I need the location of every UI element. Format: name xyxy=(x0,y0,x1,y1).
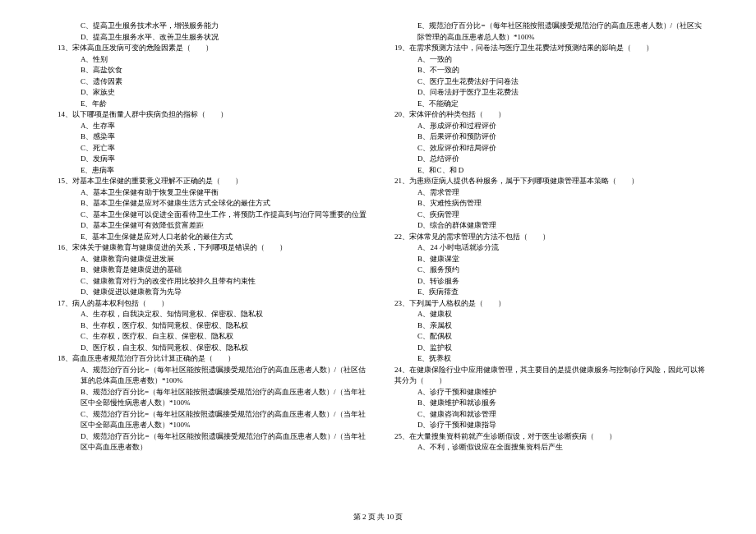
option-text: A、一致的 xyxy=(386,54,707,66)
question-text: 21、为患癌症病人提供各种服务，属于下列哪项健康管理基本策略（ ） xyxy=(386,176,707,187)
option-text: A、生存率 xyxy=(49,121,370,132)
option-text: D、医疗权，自主权、知情同意权、保密权、隐私权 xyxy=(49,343,370,354)
question-text: 19、在需求预测方法中，问卷法与医疗卫生花费法对预测结果的影响是（ ） xyxy=(386,43,707,54)
option-text: A、需求管理 xyxy=(386,187,707,199)
option-text: C、效应评价和结局评价 xyxy=(386,143,707,154)
option-text: C、基本卫生保健可以促进全面看待卫生工作，将预防工作提高到与治疗同等重要的位置 xyxy=(49,209,370,221)
option-text: B、健康维护和就诊服务 xyxy=(386,398,707,409)
question-text: 20、宋体评价的种类包括（ ） xyxy=(386,109,707,121)
option-text: D、监护权 xyxy=(386,343,707,354)
option-text: D、总结评价 xyxy=(386,154,707,165)
option-text: E、和C、和 D xyxy=(386,165,707,177)
option-text: C、服务预约 xyxy=(386,265,707,276)
option-text: A、健康教育向健康促进发展 xyxy=(49,254,370,265)
option-text: C、提高卫生服务技术水平，增强服务能力 xyxy=(49,21,370,32)
question-text: 13、宋体高血压发病可变的危险因素是（ ） xyxy=(49,43,370,54)
option-text: C、配偶权 xyxy=(386,331,707,343)
question-text: 14、以下哪项是衡量人群中疾病负担的指标（ ） xyxy=(49,109,370,121)
option-text: C、健康教育对行为的改变作用比较持久且带有约束性 xyxy=(49,276,370,288)
option-text: A、诊疗干预和健康维护 xyxy=(386,387,707,398)
option-text: C、死亡率 xyxy=(49,143,370,154)
option-text: A、基本卫生保健有助于恢复卫生保健平衡 xyxy=(49,187,370,199)
option-text: B、健康课堂 xyxy=(386,254,707,265)
option-text: A、健康权 xyxy=(386,309,707,320)
question-text: 17、病人的基本权利包括（ ） xyxy=(49,298,370,310)
option-text: E、患病率 xyxy=(49,165,370,177)
option-text: D、基本卫生保健可有效降低贫富差距 xyxy=(49,220,370,232)
right-column: E、规范治疗百分比=（每年社区能按照遗嘱接受规范治疗的高血压患者人数）/（社区实… xyxy=(380,21,707,453)
option-text: B、基本卫生保健是应对不健康生活方式全球化的最佳方式 xyxy=(49,198,370,209)
question-text: 25、在大量搜集资料前就产生诊断假设，对于医生诊断疾病（ ） xyxy=(386,431,707,443)
option-text: C、健康咨询和就诊管理 xyxy=(386,409,707,421)
option-text: D、家族史 xyxy=(49,87,370,99)
option-text: A、生存权，自我决定权、知情同意权、保密权、隐私权 xyxy=(49,309,370,320)
page-footer: 第 2 页 共 10 页 xyxy=(0,512,756,523)
option-text: C、医疗卫生花费法好于问卷法 xyxy=(386,76,707,88)
question-text: 22、宋体常见的需求管理的方法不包括（ ） xyxy=(386,232,707,243)
option-text: D、规范治疗百分比=（每年社区能按照遗嘱接受规范治疗的高血压患者人数）/（当年社… xyxy=(49,431,370,453)
option-text: D、发病率 xyxy=(49,154,370,165)
option-text: A、24 小时电话就诊分流 xyxy=(386,242,707,254)
left-column: C、提高卫生服务技术水平，增强服务能力 D、提高卫生服务水平、改善卫生服务状况 … xyxy=(49,21,380,453)
option-text: C、生存权，医疗权、自主权、保密权、隐私权 xyxy=(49,331,370,343)
option-text: A、性别 xyxy=(49,54,370,66)
question-text: 15、对基本卫生保健的重要意义理解不正确的是（ ） xyxy=(49,176,370,187)
document-page: C、提高卫生服务技术水平，增强服务能力 D、提高卫生服务水平、改善卫生服务状况 … xyxy=(0,0,756,478)
option-text: E、不能确定 xyxy=(386,99,707,110)
question-text: 16、宋体关于健康教育与健康促进的关系，下列哪项是错误的（ ） xyxy=(49,242,370,254)
option-text: B、亲属权 xyxy=(386,320,707,332)
option-text: A、规范治疗百分比=（每年社区能按照遗嘱接受规范治疗的高血压患者人数）/（社区估… xyxy=(49,365,370,387)
option-text: D、综合的群体健康管理 xyxy=(386,220,707,232)
option-text: D、提高卫生服务水平、改善卫生服务状况 xyxy=(49,32,370,44)
option-text: C、规范治疗百分比=（每年社区能按照遗嘱接受规范治疗的高血压患者人数）/（当年社… xyxy=(49,409,370,431)
question-text: 18、高血压患者规范治疗百分比计算正确的是（ ） xyxy=(49,353,370,365)
option-text: B、生存权，医疗权、知情同意权、保密权、隐私权 xyxy=(49,320,370,332)
option-text: B、不一致的 xyxy=(386,65,707,76)
question-text: 23、下列属于人格权的是（ ） xyxy=(386,298,707,310)
option-text: B、后果评价和预防评价 xyxy=(386,131,707,143)
option-text: B、感染率 xyxy=(49,131,370,143)
option-text: B、规范治疗百分比=（每年社区能按照遗嘱接受规范治疗的高血压患者人数）/（当年社… xyxy=(49,387,370,409)
option-text: D、诊疗干预和健康指导 xyxy=(386,420,707,431)
option-text: D、问卷法好于医疗卫生花费法 xyxy=(386,87,707,99)
option-text: D、转诊服务 xyxy=(386,276,707,288)
option-text: E、抚养权 xyxy=(386,353,707,365)
option-text: E、基本卫生保健是应对人口老龄化的最佳方式 xyxy=(49,232,370,243)
option-text: C、疾病管理 xyxy=(386,209,707,221)
option-text: E、疾病筛查 xyxy=(386,287,707,298)
option-text: E、年龄 xyxy=(49,99,370,110)
option-text: A、形成评价和过程评价 xyxy=(386,121,707,132)
question-text: 24、在健康保险行业中应用健康管理，其主要目的是提供健康服务与控制诊疗风险，因此… xyxy=(386,365,707,387)
option-text: C、遗传因素 xyxy=(49,76,370,88)
option-text: B、健康教育是健康促进的基础 xyxy=(49,265,370,276)
option-text: B、灾难性病伤管理 xyxy=(386,198,707,209)
option-text: D、健康促进以健康教育为先导 xyxy=(49,287,370,298)
option-text: E、规范治疗百分比=（每年社区能按照遗嘱接受规范治疗的高血压患者人数）/（社区实… xyxy=(386,21,707,43)
option-text: A、不利，诊断假设应在全面搜集资料后产生 xyxy=(386,442,707,453)
option-text: B、高盐饮食 xyxy=(49,65,370,76)
